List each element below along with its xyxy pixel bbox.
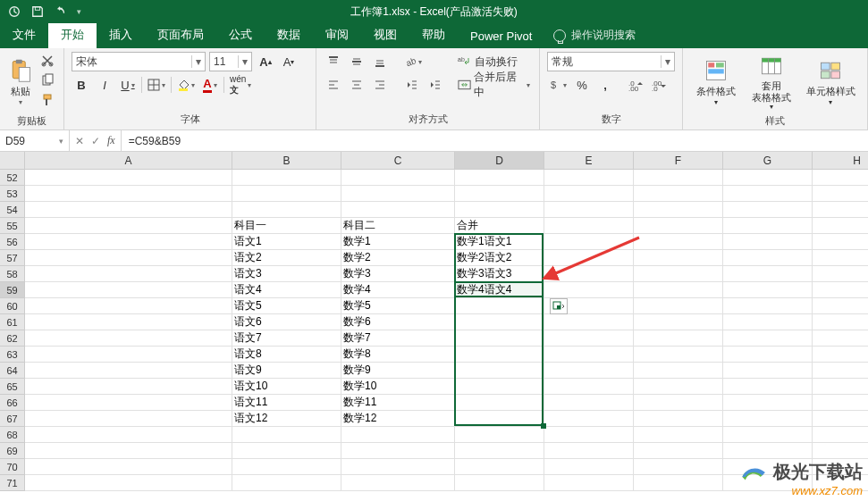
- cell-F59[interactable]: [634, 282, 723, 298]
- cut-button[interactable]: [38, 52, 56, 70]
- cell-A53[interactable]: [25, 186, 232, 202]
- col-header-B[interactable]: B: [232, 152, 341, 170]
- cell-G61[interactable]: [723, 314, 813, 330]
- cell-A62[interactable]: [25, 330, 232, 347]
- cell-A60[interactable]: [25, 298, 232, 314]
- cell-E66[interactable]: [544, 395, 634, 411]
- row-header-71[interactable]: 71: [0, 475, 25, 491]
- cell-C52[interactable]: [341, 170, 455, 186]
- cell-E69[interactable]: [544, 443, 634, 459]
- cell-A65[interactable]: [25, 379, 232, 395]
- cell-D60[interactable]: [455, 298, 544, 314]
- tab-view[interactable]: 视图: [361, 21, 409, 48]
- cell-grid[interactable]: 科目一科目二合并语文1数学1数学1语文1语文2数学2数学2语文2语文3数学3数学…: [25, 170, 868, 491]
- cell-E67[interactable]: [544, 411, 634, 427]
- cell-C63[interactable]: 数学8: [341, 347, 455, 363]
- font-size-combo[interactable]: 11▾: [209, 52, 252, 71]
- name-box[interactable]: D59▾: [0, 130, 70, 151]
- cell-A70[interactable]: [25, 459, 232, 475]
- cell-D67[interactable]: [455, 411, 544, 427]
- cell-C66[interactable]: 数学11: [341, 395, 455, 411]
- tab-file[interactable]: 文件: [0, 21, 48, 48]
- cell-F68[interactable]: [634, 427, 723, 443]
- cell-A61[interactable]: [25, 314, 232, 330]
- cell-G70[interactable]: [723, 459, 813, 475]
- cell-G69[interactable]: [723, 443, 813, 459]
- cell-styles-button[interactable]: 单元格样式▾: [802, 52, 859, 113]
- cell-A55[interactable]: [25, 218, 232, 234]
- cell-E64[interactable]: [544, 363, 634, 379]
- col-header-D[interactable]: D: [455, 152, 544, 170]
- cell-G60[interactable]: [723, 298, 813, 314]
- cell-F63[interactable]: [634, 347, 723, 363]
- row-header-68[interactable]: 68: [0, 427, 25, 443]
- align-right-button[interactable]: [370, 75, 390, 95]
- row-header-54[interactable]: 54: [0, 202, 25, 218]
- decrease-font-button[interactable]: A▾: [279, 52, 299, 71]
- cell-B64[interactable]: 语文9: [232, 363, 341, 379]
- tab-home[interactable]: 开始: [48, 21, 97, 48]
- row-header-67[interactable]: 67: [0, 411, 25, 427]
- paste-button[interactable]: 粘贴 ▾: [7, 52, 33, 113]
- cell-B70[interactable]: [232, 459, 341, 475]
- increase-decimal-button[interactable]: .0.00: [626, 75, 645, 95]
- cell-G52[interactable]: [723, 170, 813, 186]
- select-all-button[interactable]: [0, 152, 25, 170]
- cell-C67[interactable]: 数学12: [341, 411, 455, 427]
- cell-D65[interactable]: [455, 379, 544, 395]
- cell-G56[interactable]: [723, 234, 813, 250]
- format-table-button[interactable]: 套用 表格格式▾: [746, 52, 796, 113]
- cell-D52[interactable]: [455, 170, 544, 186]
- font-name-combo[interactable]: 宋体▾: [72, 52, 206, 71]
- cell-H69[interactable]: [813, 443, 868, 459]
- cell-H64[interactable]: [813, 363, 868, 379]
- align-middle-button[interactable]: [347, 52, 367, 71]
- cell-F66[interactable]: [634, 395, 723, 411]
- format-painter-button[interactable]: [38, 91, 56, 109]
- cell-H52[interactable]: [813, 170, 868, 186]
- cell-G55[interactable]: [723, 218, 813, 234]
- undo-icon[interactable]: [54, 4, 68, 19]
- cell-G65[interactable]: [723, 379, 813, 395]
- cell-D71[interactable]: [455, 475, 544, 491]
- cell-G64[interactable]: [723, 363, 813, 379]
- cell-C71[interactable]: [341, 475, 455, 491]
- cell-C56[interactable]: 数学1: [341, 234, 455, 250]
- tab-data[interactable]: 数据: [265, 21, 313, 48]
- cell-G63[interactable]: [723, 347, 813, 363]
- tab-layout[interactable]: 页面布局: [145, 21, 216, 48]
- cell-D57[interactable]: 数学2语文2: [455, 250, 544, 266]
- cell-H54[interactable]: [813, 202, 868, 218]
- cell-E68[interactable]: [544, 427, 634, 443]
- cell-H66[interactable]: [813, 395, 868, 411]
- cell-B60[interactable]: 语文5: [232, 298, 341, 314]
- row-headers[interactable]: 5253545556575859606162636465666768697071: [0, 170, 25, 491]
- cell-E53[interactable]: [544, 186, 634, 202]
- tell-me-search[interactable]: 操作说明搜索: [544, 22, 645, 48]
- row-header-53[interactable]: 53: [0, 186, 25, 202]
- accounting-format-button[interactable]: $: [547, 75, 569, 95]
- cell-D64[interactable]: [455, 363, 544, 379]
- cell-B63[interactable]: 语文8: [232, 347, 341, 363]
- cancel-formula-button[interactable]: ✕: [75, 135, 84, 147]
- cell-E62[interactable]: [544, 330, 634, 347]
- column-headers[interactable]: ABCDEFGH: [25, 152, 868, 170]
- cell-G62[interactable]: [723, 330, 813, 347]
- cell-G68[interactable]: [723, 427, 813, 443]
- cell-F69[interactable]: [634, 443, 723, 459]
- cell-H57[interactable]: [813, 250, 868, 266]
- cell-E71[interactable]: [544, 475, 634, 491]
- tab-powerpivot[interactable]: Power Pivot: [458, 24, 544, 48]
- conditional-format-button[interactable]: 条件格式▾: [691, 52, 741, 113]
- cell-C60[interactable]: 数学5: [341, 298, 455, 314]
- fill-color-button[interactable]: [175, 75, 197, 95]
- cell-F70[interactable]: [634, 459, 723, 475]
- row-header-69[interactable]: 69: [0, 443, 25, 459]
- italic-button[interactable]: I: [95, 75, 114, 95]
- cell-B57[interactable]: 语文2: [232, 250, 341, 266]
- save-icon[interactable]: [30, 4, 45, 19]
- cell-C69[interactable]: [341, 443, 455, 459]
- cell-G67[interactable]: [723, 411, 813, 427]
- cell-G71[interactable]: [723, 475, 813, 491]
- comma-button[interactable]: ,: [595, 75, 615, 95]
